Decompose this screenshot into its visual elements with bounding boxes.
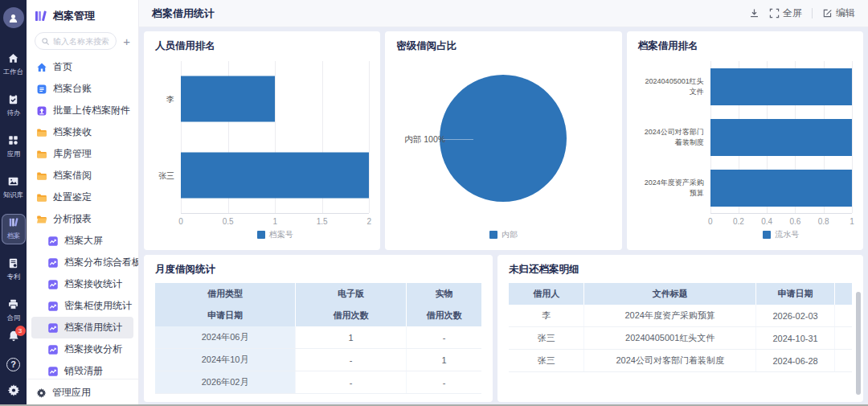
sidebar-item[interactable]: 密集柜使用统计 — [31, 295, 133, 317]
rail-item-archive[interactable]: 档案 — [2, 214, 26, 244]
unreturned-archives-table: 借用人文件标题申请日期李2024年度资产采购预算2026-02-03张三2024… — [509, 283, 852, 372]
rail-item-knowledge[interactable]: 知识库 — [2, 173, 26, 203]
fullscreen-icon — [769, 8, 780, 18]
rail-item-home[interactable]: 工作台 — [2, 50, 26, 80]
sidebar-item-label: 处置鉴定 — [53, 191, 92, 204]
category-label: 2024年度资产采购预算 — [638, 163, 710, 214]
doc-blue-icon — [36, 84, 47, 95]
panel-archive-borrow-ranking: 档案借用排名 20240405001红头文件2024公司对客部门着装制度2024… — [627, 31, 863, 250]
folder-open-icon — [36, 214, 47, 225]
home-icon — [7, 52, 19, 64]
edit-button[interactable]: 编辑 — [822, 6, 855, 20]
sidebar-item[interactable]: 档案借用统计 — [31, 317, 133, 338]
bar — [181, 152, 369, 198]
sidebar-item[interactable]: 分析报表 — [31, 208, 133, 230]
category-label: 张三 — [155, 137, 181, 214]
sidebar-item[interactable]: 档案接收 — [31, 121, 133, 143]
bar — [181, 76, 275, 122]
table-cell: 李 — [509, 305, 584, 327]
sidebar-item-label: 库房管理 — [53, 147, 92, 161]
panel-title: 人员借用排名 — [155, 39, 369, 53]
legend-swatch — [257, 231, 265, 239]
sidebar-item[interactable]: 处置鉴定 — [31, 187, 133, 208]
sidebar-item[interactable]: 档案大屏 — [31, 230, 133, 252]
column-header: 申请日期 — [755, 283, 834, 305]
sidebar-item[interactable]: 档案借阅 — [31, 165, 133, 187]
sidebar-item[interactable]: 档案接收统计 — [31, 273, 133, 295]
sidebar-item-label: 档案接收 — [53, 125, 92, 139]
column-header: 电子版 — [296, 283, 407, 305]
notifications-button[interactable]: 3 — [7, 330, 20, 346]
home-blue-icon — [36, 62, 47, 73]
user-avatar[interactable] — [3, 7, 24, 28]
bar-row — [710, 112, 852, 162]
axis-tick-label: 0 — [178, 217, 183, 226]
sidebar-item[interactable]: 档案接收分析 — [31, 338, 133, 360]
rail-item-contract[interactable]: 合同 — [2, 296, 26, 326]
doc-purple-icon — [36, 105, 47, 117]
sidebar-item-label: 销毁清册 — [64, 364, 103, 378]
table-cell — [835, 327, 852, 350]
sidebar-item-label: 批量上传档案附件 — [53, 104, 130, 117]
gear-icon — [36, 388, 47, 398]
sidebar-item-label: 档案借阅 — [53, 169, 92, 182]
download-button[interactable] — [749, 8, 760, 18]
sidebar-item[interactable]: 档案分布综合看板 — [31, 252, 133, 273]
table-scrollbar[interactable] — [856, 292, 861, 395]
legend-swatch — [489, 231, 497, 239]
notification-badge: 3 — [15, 326, 26, 336]
table-cell — [835, 350, 852, 372]
pie-leader-line — [443, 139, 473, 140]
sidebar-item[interactable]: 库房管理 — [31, 143, 133, 165]
app-title: 档案管理 — [53, 9, 95, 23]
legend-label: 流水号 — [775, 229, 799, 240]
rail-item-patent[interactable]: 专利 — [2, 255, 26, 285]
left-rail: 工作台待办应用知识库档案专利合同 3 ? — [0, 0, 27, 406]
axis-tick-label: 1.5 — [317, 217, 328, 226]
fullscreen-button[interactable]: 全屏 — [769, 6, 802, 20]
folder-icon — [36, 170, 47, 182]
table-cell: 2024年06月 — [155, 326, 296, 349]
archive-icon — [7, 216, 19, 228]
column-header: 申请日期 — [155, 305, 296, 326]
sidebar-menu: 首页档案台账批量上传档案附件档案接收库房管理档案借阅处置鉴定分析报表档案大屏档案… — [27, 53, 138, 379]
table-cell: 2026年02月 — [155, 371, 296, 394]
category-label: 2024公司对客部门着装制度 — [638, 112, 710, 162]
patent-icon — [7, 257, 19, 269]
column-header: 文件标题 — [584, 283, 756, 305]
rail-item-tasks[interactable]: 待办 — [2, 91, 26, 121]
archive-borrow-bar-chart: 20240405001红头文件2024公司对客部门着装制度2024年度资产采购预… — [638, 53, 852, 242]
column-header: 借用类型 — [155, 283, 296, 305]
chart-legend: 档案号 — [181, 228, 369, 242]
sidebar-item[interactable]: 销毁清册 — [31, 360, 133, 379]
rail-item-apps[interactable]: 应用 — [2, 132, 26, 162]
sidebar-item[interactable]: 档案台账 — [31, 78, 133, 100]
settings-button[interactable] — [7, 383, 20, 400]
manage-apps-button[interactable]: 管理应用 — [27, 379, 138, 406]
table-cell: 2026-02-03 — [755, 305, 834, 327]
panel-classification-pie: 密级借阅占比 内部 100% 内部 — [385, 31, 621, 250]
monthly-borrow-table: 借用类型电子版实物申请日期借用次数借用次数2024年06月1-2024年10月-… — [155, 283, 481, 394]
divider — [812, 8, 813, 18]
table-row: 2026年02月-- — [155, 371, 481, 394]
sidebar-item[interactable]: 首页 — [31, 56, 133, 78]
table-cell: 张三 — [509, 327, 584, 350]
rail-item-label: 合同 — [6, 314, 20, 323]
rail-menu: 工作台待办应用知识库档案专利合同 — [2, 39, 26, 326]
help-button[interactable]: ? — [6, 358, 20, 371]
chart-icon — [47, 366, 59, 377]
legend-swatch — [763, 231, 771, 239]
panel-unreturned-archives: 未归还档案明细 借用人文件标题申请日期李2024年度资产采购预算2026-02-… — [497, 255, 863, 402]
sidebar: 档案管理 + 首页档案台账批量上传档案附件档案接收库房管理档案借阅处置鉴定分析报… — [27, 0, 139, 406]
axis-tick-label: 0.2 — [733, 217, 744, 226]
axis-tick-label: 0.5 — [223, 217, 234, 226]
table-header-row: 借用人文件标题申请日期 — [509, 283, 852, 305]
folder-icon — [36, 127, 47, 138]
rail-item-label: 专利 — [6, 273, 20, 282]
sidebar-item[interactable]: 批量上传档案附件 — [31, 100, 133, 121]
add-button[interactable]: + — [121, 35, 132, 47]
panel-title: 未归还档案明细 — [509, 263, 852, 277]
search-input[interactable] — [53, 37, 110, 46]
table-cell: 1 — [296, 326, 407, 349]
rail-item-label: 知识库 — [3, 191, 23, 200]
